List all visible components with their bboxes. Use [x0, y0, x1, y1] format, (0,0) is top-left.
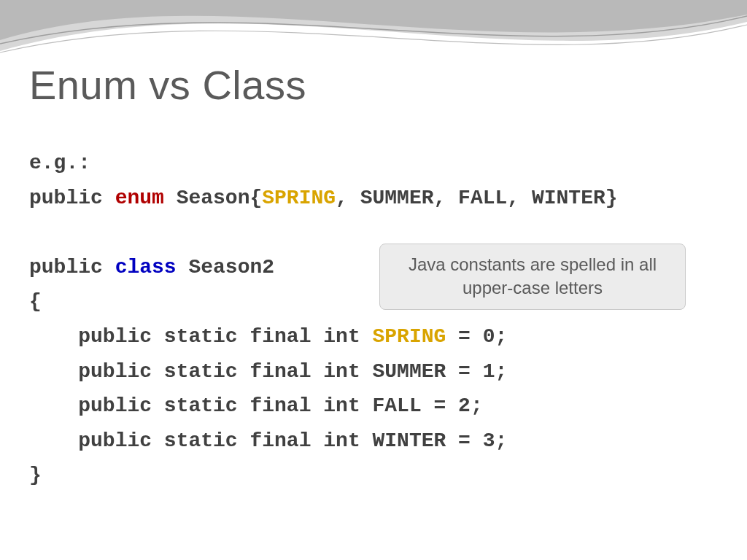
slide: Enum vs Class e.g.: public enum Season{S… — [0, 0, 747, 560]
text-enum-rest: , SUMMER, FALL, WINTER} — [336, 187, 617, 209]
code-line-enum: public enum Season{SPRING, SUMMER, FALL,… — [29, 181, 718, 216]
const-summer: SUMMER = 1; — [372, 360, 507, 383]
indent — [29, 429, 78, 452]
const-spring-2: SPRING — [372, 325, 446, 348]
indent — [29, 394, 78, 417]
kw-enum: enum — [115, 187, 164, 209]
slide-title: Enum vs Class — [29, 61, 306, 109]
psfi-4: public static final int — [78, 429, 372, 452]
psfi-1: public static final int — [78, 325, 372, 348]
code-line-eg: e.g.: — [29, 146, 718, 181]
callout-box: Java constants are spelled in all upper-… — [379, 244, 686, 310]
psfi-3: public static final int — [78, 394, 372, 417]
code-line-spring: public static final int SPRING = 0; — [29, 319, 718, 354]
spring-tail: = 0; — [446, 325, 507, 348]
const-fall: FALL = 2; — [372, 394, 482, 417]
code-line-summer: public static final int SUMMER = 1; — [29, 354, 718, 389]
text-season-open: Season{ — [164, 187, 262, 209]
indent — [29, 325, 78, 348]
text-class-rest: Season2 — [177, 256, 274, 279]
code-line-winter: public static final int WINTER = 3; — [29, 424, 718, 459]
psfi-2: public static final int — [78, 360, 372, 383]
kw-public: public — [29, 187, 115, 209]
kw-public-2: public — [29, 256, 115, 279]
kw-class: class — [115, 256, 177, 279]
code-line-brace-close: } — [29, 458, 718, 493]
const-winter: WINTER = 3; — [372, 429, 507, 452]
code-block: e.g.: public enum Season{SPRING, SUMMER,… — [29, 146, 718, 493]
indent — [29, 360, 78, 383]
code-line-fall: public static final int FALL = 2; — [29, 389, 718, 424]
const-spring: SPRING — [262, 187, 336, 209]
